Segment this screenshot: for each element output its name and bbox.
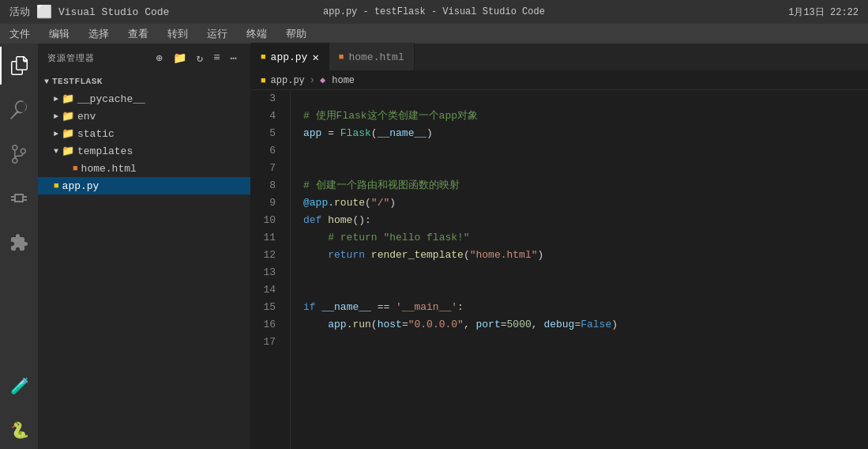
fn-route: route bbox=[334, 195, 365, 211]
env-label: env bbox=[77, 111, 96, 123]
activity-extensions[interactable] bbox=[0, 224, 38, 262]
tree-item-templates[interactable]: ▼ 📁 templates bbox=[38, 142, 250, 160]
code-line-11: # return "hello flask!" bbox=[303, 229, 868, 247]
apppy-label: app.py bbox=[62, 180, 100, 192]
activity-git[interactable] bbox=[0, 135, 38, 173]
str-host: "0.0.0.0" bbox=[408, 317, 464, 333]
breadcrumb: ■ app.py › ◆ home bbox=[251, 71, 868, 90]
folder-icon-templates: 📁 bbox=[62, 145, 74, 157]
tree-item-pycache[interactable]: ► 📁 __pycache__ bbox=[38, 90, 250, 108]
code-line-5: app = Flask ( __name__ ) bbox=[303, 125, 868, 142]
menu-item-查看[interactable]: 查看 bbox=[125, 25, 152, 43]
tab-apppy[interactable]: ■ app.py ✕ bbox=[251, 43, 329, 70]
tab-apppy-icon: ■ bbox=[261, 52, 266, 62]
kw-def: def bbox=[303, 213, 321, 228]
sidebar-header-icons: ⊕ 📁 ↻ ≡ ⋯ bbox=[152, 50, 241, 66]
menu-item-选择[interactable]: 选择 bbox=[85, 25, 112, 43]
line-num-3: 3 bbox=[251, 90, 282, 108]
breadcrumb-symbol-icon: ◆ bbox=[320, 74, 325, 86]
breadcrumb-symbol[interactable]: home bbox=[332, 75, 355, 86]
str-main: '__main__' bbox=[396, 300, 457, 315]
menu-item-编辑[interactable]: 编辑 bbox=[46, 25, 73, 43]
activity-python[interactable]: 🐍 bbox=[0, 411, 38, 449]
folder-icon-static: 📁 bbox=[62, 127, 74, 140]
line-num-10: 10 bbox=[251, 212, 282, 229]
breadcrumb-sep1: › bbox=[310, 75, 315, 86]
py-file-icon: ■ bbox=[54, 181, 59, 191]
tab-homehtml[interactable]: ■ home.html bbox=[329, 43, 415, 70]
code-line-4: # 使用Flask这个类创建一个app对象 bbox=[303, 108, 868, 125]
kw-return-12: return bbox=[328, 247, 365, 263]
tab-homehtml-icon: ■ bbox=[339, 52, 344, 62]
activity-label: 活动 bbox=[9, 5, 30, 19]
line-num-6: 6 bbox=[251, 142, 282, 160]
code-line-8: # 创建一个路由和视图函数的映射 bbox=[303, 177, 868, 194]
breadcrumb-file-icon: ■ bbox=[261, 76, 266, 85]
tree-item-env[interactable]: ► 📁 env bbox=[38, 108, 250, 125]
str-homehtml: "home.html" bbox=[470, 247, 538, 263]
line-num-16: 16 bbox=[251, 316, 282, 334]
line-num-7: 7 bbox=[251, 160, 282, 177]
menubar: 文件编辑选择查看转到运行终端帮助 bbox=[0, 24, 868, 43]
svg-text:🐍: 🐍 bbox=[10, 421, 28, 439]
line-num-15: 15 bbox=[251, 299, 282, 316]
comment-4: # 使用Flask这个类创建一个app对象 bbox=[303, 108, 478, 124]
code-content[interactable]: # 使用Flask这个类创建一个app对象 app = Flask ( __na… bbox=[291, 90, 868, 449]
code-line-16: app . run ( host = "0.0.0.0" , port = 50… bbox=[303, 316, 868, 334]
decorator-9: @app bbox=[303, 195, 328, 211]
titlebar-left: 活动 ⬜ Visual Studio Code bbox=[9, 4, 169, 20]
num-port: 5000 bbox=[507, 317, 532, 333]
folder-icon-pycache: 📁 bbox=[62, 92, 74, 105]
code-area: 3 4 5 6 7 8 9 10 11 12 13 14 15 16 17 bbox=[251, 90, 868, 449]
sidebar-title: 资源管理器 bbox=[47, 52, 95, 64]
collapse-icon[interactable]: ≡ bbox=[210, 50, 224, 66]
line-num-5: 5 bbox=[251, 125, 282, 142]
line-num-8: 8 bbox=[251, 177, 282, 194]
templates-label: templates bbox=[77, 145, 133, 157]
menu-item-文件[interactable]: 文件 bbox=[6, 25, 33, 43]
fn-home: home bbox=[328, 213, 352, 228]
activity-search[interactable] bbox=[0, 91, 38, 129]
tree-item-apppy[interactable]: ■ app.py bbox=[38, 177, 250, 194]
str-slash: "/" bbox=[371, 195, 389, 211]
tree-item-homehtml[interactable]: ■ home.html bbox=[38, 160, 250, 177]
code-line-10: def home (): bbox=[303, 212, 868, 229]
refresh-icon[interactable]: ↻ bbox=[194, 50, 207, 66]
env-arrow: ► bbox=[54, 112, 58, 121]
bool-false: False bbox=[581, 317, 611, 333]
cls-flask: Flask bbox=[340, 126, 371, 141]
code-line-12: return render_template ( "home.html" ) bbox=[303, 247, 868, 264]
activity-debug[interactable] bbox=[0, 179, 38, 217]
root-arrow: ▼ bbox=[44, 77, 49, 86]
static-arrow: ► bbox=[54, 130, 58, 138]
more-actions-icon[interactable]: ⋯ bbox=[227, 50, 241, 66]
tab-apppy-close[interactable]: ✕ bbox=[312, 51, 318, 64]
kw-if: if bbox=[303, 300, 316, 315]
code-line-13 bbox=[303, 264, 868, 281]
breadcrumb-file[interactable]: app.py bbox=[271, 75, 305, 86]
new-file-icon[interactable]: ⊕ bbox=[152, 50, 166, 66]
code-line-6 bbox=[303, 142, 868, 160]
datetime: 1月13日 22:22 bbox=[788, 6, 859, 19]
line-num-4: 4 bbox=[251, 108, 282, 125]
homehtml-label: home.html bbox=[81, 163, 137, 175]
pycache-arrow: ► bbox=[54, 95, 58, 104]
code-line-7 bbox=[303, 160, 868, 177]
tree-root[interactable]: ▼ TESTFLASK bbox=[38, 73, 250, 90]
code-line-17 bbox=[303, 334, 868, 351]
menu-item-运行[interactable]: 运行 bbox=[204, 25, 231, 43]
param-port: port bbox=[476, 317, 501, 333]
svg-text:🧪: 🧪 bbox=[10, 377, 28, 394]
menu-item-帮助[interactable]: 帮助 bbox=[283, 25, 310, 43]
new-folder-icon[interactable]: 📁 bbox=[170, 50, 190, 66]
var-name: __name__ bbox=[378, 126, 426, 141]
menu-item-终端[interactable]: 终端 bbox=[243, 25, 270, 43]
fn-render: render_template bbox=[371, 247, 464, 263]
tab-homehtml-label: home.html bbox=[348, 51, 404, 63]
param-host: host bbox=[378, 317, 402, 333]
activity-explorer[interactable] bbox=[0, 47, 38, 85]
tab-bar: ■ app.py ✕ ■ home.html bbox=[251, 43, 868, 71]
activity-flask[interactable]: 🧪 bbox=[0, 367, 38, 405]
tree-item-static[interactable]: ► 📁 static bbox=[38, 125, 250, 142]
menu-item-转到[interactable]: 转到 bbox=[164, 25, 191, 43]
